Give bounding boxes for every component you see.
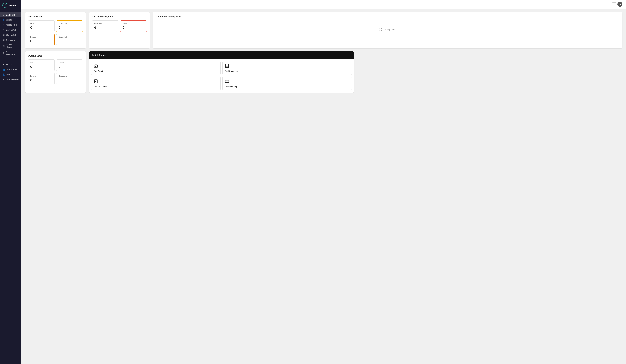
sidebar-item-label: Daily Status [6, 29, 16, 31]
coming-soon: i Coming Soon! [156, 20, 619, 39]
queue-grid: Unassigned 0 Overdue 0 [92, 20, 147, 32]
dashboard-row-2: Overall Stats Assets 0 Clients 0 Invento… [25, 51, 622, 93]
add-inventory-icon [225, 79, 229, 84]
header-dropdown[interactable]: ▾ [612, 2, 616, 6]
logo-icon [2, 3, 7, 8]
stat-assets-label: Assets [30, 62, 52, 64]
svg-rect-0 [94, 65, 98, 67]
store-icon: ▦ [2, 34, 5, 36]
brands-icon: ◆ [2, 64, 5, 66]
info-icon: i [379, 28, 382, 31]
stat-paused: Paused 0 [28, 34, 54, 45]
add-work-order-icon [94, 79, 98, 84]
stat-paused-value: 0 [30, 39, 52, 43]
sidebar-item-quotations[interactable]: ▦ Quotations [0, 37, 21, 42]
stat-unassigned-label: Unassigned [94, 23, 116, 25]
sidebar-item-label: Asset Details [6, 24, 17, 26]
sidebar-item-users[interactable]: 👤 Users [0, 72, 21, 77]
add-inventory-label: Add Inventory [225, 85, 237, 88]
overall-title: Overall Stats [28, 54, 83, 57]
stat-quotations: Quotations 0 [56, 73, 83, 84]
quick-actions-header: Quick Actions [89, 51, 354, 59]
sidebar: catalyces ⌂ Dashboard 👤 Clients ◎ Asset … [0, 0, 21, 364]
stat-unassigned: Unassigned 0 [92, 20, 118, 32]
stat-inprogress-value: 0 [59, 26, 80, 30]
home-icon: ⌂ [2, 14, 5, 16]
sidebar-item-clients[interactable]: 👤 Clients [0, 17, 21, 22]
add-quotation-button[interactable]: Add Quotation [222, 61, 352, 75]
sidebar-item-label: Brands [6, 64, 12, 66]
add-asset-label: Add Asset [94, 70, 103, 72]
stat-inprogress: In Progress 0 [56, 20, 83, 32]
requests-title: Work Orders Requests [156, 15, 619, 18]
add-work-order-label: Add Work Order [94, 85, 108, 88]
stat-completed-value: 0 [59, 39, 80, 43]
stat-quotations-label: Quotations [59, 75, 80, 77]
stat-inventory-value: 0 [30, 78, 52, 82]
stat-open: Open 0 [28, 20, 54, 32]
sidebar-item-label: Store Details [6, 34, 17, 36]
dropdown-arrow-icon: ▾ [614, 3, 615, 5]
users-icon: 👤 [2, 73, 5, 76]
work-mgmt-icon: ▦ [2, 52, 4, 54]
quick-actions-wrapper: Quick Actions Add Asset [89, 51, 354, 93]
add-quotation-label: Add Quotation [225, 70, 238, 72]
work-orders-card: Work Orders Open 0 In Progress 0 Paused … [25, 12, 86, 48]
sidebar-item-label: Clients [6, 19, 12, 21]
sidebar-item-daily-status[interactable]: ○ Daily Status [0, 27, 21, 33]
stat-clients: Clients 0 [56, 60, 83, 71]
stat-completed-label: Completed [59, 36, 80, 38]
sidebar-item-label: Users [6, 74, 11, 76]
sidebar-item-custom-roles[interactable]: 👥 Custom Roles [0, 67, 21, 72]
queue-title: Work Orders Queue [92, 15, 147, 18]
costing-icon: ▦ [2, 45, 5, 47]
stat-open-label: Open [30, 23, 52, 25]
stat-overdue-label: Overdue [122, 23, 145, 25]
sidebar-item-brands[interactable]: ◆ Brands [0, 62, 21, 67]
overall-stats-card: Overall Stats Assets 0 Clients 0 Invento… [25, 51, 86, 93]
quick-actions-title: Quick Actions [92, 54, 107, 56]
sidebar-logo: catalyces [0, 0, 21, 10]
roles-icon: 👥 [2, 68, 5, 71]
sidebar-nav: ⌂ Dashboard 👤 Clients ◎ Asset Details ○ … [0, 10, 21, 364]
overall-grid: Assets 0 Clients 0 Inventory 0 Quotation… [28, 60, 83, 84]
customizations-icon: ✦ [2, 78, 5, 81]
sidebar-item-asset-details[interactable]: ◎ Asset Details [0, 22, 21, 27]
spacer [357, 51, 622, 93]
work-orders-grid: Open 0 In Progress 0 Paused 0 Completed … [28, 20, 83, 45]
work-orders-title: Work Orders [28, 15, 83, 18]
sidebar-item-dashboard[interactable]: ⌂ Dashboard [0, 12, 21, 17]
add-inventory-button[interactable]: Add Inventory [222, 77, 352, 90]
sidebar-item-work-management[interactable]: ▦ Work Management [0, 49, 21, 56]
sidebar-item-label: Quotations [6, 39, 15, 41]
sidebar-item-label: Costing Planner [6, 44, 19, 48]
dashboard-content: Work Orders Open 0 In Progress 0 Paused … [21, 9, 626, 364]
sidebar-item-store-details[interactable]: ▦ Store Details [0, 33, 21, 37]
sidebar-item-label: Work Management [6, 51, 19, 55]
sidebar-item-label: Dashboard [6, 14, 15, 16]
stat-open-value: 0 [30, 26, 52, 30]
asset-icon: ◎ [2, 24, 5, 26]
stat-inventory-label: Inventory [30, 75, 52, 77]
avatar[interactable]: M [618, 2, 622, 7]
add-asset-icon [94, 64, 98, 69]
work-orders-requests-card: Work Orders Requests i Coming Soon! [153, 12, 622, 48]
sidebar-item-label: Customizations [6, 79, 19, 81]
stat-assets: Assets 0 [28, 60, 54, 71]
sidebar-item-costing-planner[interactable]: ▦ Costing Planner [0, 42, 21, 49]
add-asset-button[interactable]: Add Asset [91, 61, 221, 75]
svg-rect-2 [94, 79, 97, 83]
clients-icon: 👤 [2, 19, 5, 21]
stat-assets-value: 0 [30, 65, 52, 69]
daily-status-icon: ○ [2, 29, 5, 31]
stat-inprogress-label: In Progress [59, 23, 80, 25]
stat-clients-label: Clients [59, 62, 80, 64]
add-work-order-button[interactable]: Add Work Order [91, 77, 221, 90]
stat-overdue-value: 0 [122, 26, 145, 30]
stat-inventory: Inventory 0 [28, 73, 54, 84]
quick-actions-body: Add Asset Add Quotation [89, 59, 354, 93]
stat-unassigned-value: 0 [94, 26, 116, 30]
dashboard-row-1: Work Orders Open 0 In Progress 0 Paused … [25, 12, 622, 48]
work-orders-queue-card: Work Orders Queue Unassigned 0 Overdue 0 [89, 12, 150, 48]
sidebar-item-customizations[interactable]: ✦ Customizations [0, 77, 21, 82]
